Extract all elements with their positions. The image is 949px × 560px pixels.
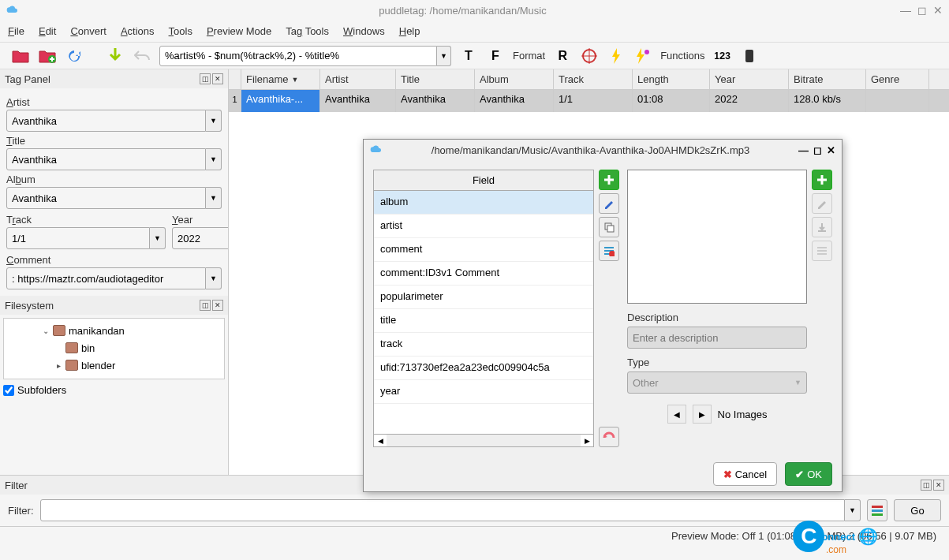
open-folder-button[interactable] [11, 47, 30, 65]
dialog-minimize[interactable]: — [798, 144, 809, 156]
menu-help[interactable]: Help [399, 25, 420, 37]
menu-windows[interactable]: Windows [343, 25, 385, 37]
dialog-maximize[interactable]: ◻ [813, 144, 822, 156]
field-item[interactable]: comment [374, 238, 593, 262]
close-button[interactable]: ✕ [933, 4, 943, 17]
pattern-input[interactable] [159, 46, 437, 66]
folder-tree[interactable]: ⌄manikandan bin ▸blender [3, 318, 225, 379]
filter-close-button[interactable]: ✕ [933, 480, 944, 491]
folder-bin[interactable]: bin [7, 339, 221, 357]
add-field-button[interactable] [599, 170, 619, 190]
th-filename[interactable]: Filename▼ [241, 69, 320, 89]
field-item[interactable]: comment:ID3v1 Comment [374, 262, 593, 286]
th-track[interactable]: Track [554, 69, 633, 89]
field-item[interactable]: artist [374, 215, 593, 238]
go-button[interactable]: Go [894, 499, 941, 521]
folder-manikandan[interactable]: ⌄manikandan [7, 322, 221, 339]
td-genre[interactable] [866, 90, 929, 112]
save-button[interactable] [106, 47, 125, 65]
field-item[interactable]: popularimeter [374, 286, 593, 309]
bolt-wand-icon[interactable] [633, 47, 652, 65]
image-list-button[interactable] [812, 241, 832, 261]
field-item[interactable]: title [374, 309, 593, 333]
dialog-titlebar[interactable]: /home/manikandan/Music/Avanthika-Avanthi… [364, 140, 842, 160]
target-icon[interactable] [580, 47, 599, 65]
tag-to-file-button[interactable]: T [459, 47, 478, 65]
album-input[interactable] [6, 187, 206, 209]
track-dropdown[interactable]: ▼ [150, 227, 166, 249]
album-dropdown[interactable]: ▼ [206, 187, 222, 209]
autonumber-button[interactable]: 123 [713, 47, 732, 65]
file-to-tag-button[interactable]: F [486, 47, 505, 65]
undo-button[interactable] [133, 47, 151, 65]
td-year[interactable]: 2022 [710, 90, 789, 112]
title-dropdown[interactable]: ▼ [206, 148, 222, 170]
type-select[interactable]: Other▼ [627, 371, 807, 394]
ok-button[interactable]: ✔OK [785, 462, 832, 486]
filter-dropdown[interactable]: ▼ [845, 499, 861, 521]
field-item[interactable]: album [374, 191, 593, 215]
menu-file[interactable]: File [8, 25, 24, 37]
artist-dropdown[interactable]: ▼ [206, 110, 222, 132]
th-year[interactable]: Year [710, 69, 789, 89]
refresh-button[interactable] [65, 47, 84, 65]
field-item[interactable]: track [374, 333, 593, 357]
comment-dropdown[interactable]: ▼ [206, 267, 222, 289]
cancel-button[interactable]: ✖Cancel [713, 462, 777, 486]
year-input[interactable] [172, 227, 228, 249]
th-album[interactable]: Album [475, 69, 554, 89]
td-filename[interactable]: Avanthika-... [241, 90, 320, 112]
th-bitrate[interactable]: Bitrate [789, 69, 866, 89]
title-input[interactable] [6, 148, 206, 170]
edit-image-button[interactable] [812, 193, 832, 214]
minimize-button[interactable]: — [900, 4, 911, 17]
tag-panel-float-button[interactable]: ◫ [200, 73, 211, 84]
clipboard-icon[interactable] [740, 47, 759, 65]
menu-convert[interactable]: Convert [70, 25, 106, 37]
next-image-button[interactable]: ▶ [693, 405, 712, 424]
td-track[interactable]: 1/1 [554, 90, 633, 112]
revert-button[interactable] [599, 427, 619, 447]
th-artist[interactable]: Artist [320, 69, 396, 89]
pattern-dropdown[interactable]: ▼ [437, 46, 451, 66]
td-bitrate[interactable]: 128.0 kb/s [789, 90, 866, 112]
prev-image-button[interactable]: ◀ [667, 405, 686, 424]
artist-input[interactable] [6, 110, 206, 132]
filter-float-button[interactable]: ◫ [921, 480, 932, 491]
add-image-button[interactable] [812, 170, 832, 190]
dialog-close[interactable]: ✕ [827, 144, 835, 156]
maximize-button[interactable]: ◻ [917, 4, 927, 17]
field-item[interactable]: ufid:713730ef2ea2a23edc009904c5a [374, 357, 593, 380]
subfolders-checkbox[interactable]: Subfolders [3, 384, 225, 396]
filter-input[interactable] [40, 499, 846, 521]
album-art-box[interactable] [627, 170, 807, 304]
td-length[interactable]: 01:08 [633, 90, 710, 112]
menu-actions[interactable]: Actions [121, 25, 155, 37]
folder-blender[interactable]: ▸blender [7, 357, 221, 374]
tag-panel-close-button[interactable]: ✕ [212, 73, 223, 84]
field-list[interactable]: Field album artist comment comment:ID3v1… [373, 170, 594, 447]
menu-edit[interactable]: Edit [39, 25, 56, 37]
menu-tagtools[interactable]: Tag Tools [286, 25, 329, 37]
description-input[interactable] [627, 327, 807, 349]
bolt-icon[interactable] [607, 47, 626, 65]
filter-fields-button[interactable] [867, 499, 887, 521]
filesystem-close-button[interactable]: ✕ [212, 300, 223, 311]
th-genre[interactable]: Genre [866, 69, 929, 89]
filesystem-float-button[interactable]: ◫ [200, 300, 211, 311]
remove-field-button[interactable] [599, 241, 619, 261]
th-length[interactable]: Length [633, 69, 710, 89]
td-artist[interactable]: Avanthika [320, 90, 396, 112]
field-list-hscroll[interactable]: ◀▶ [374, 434, 593, 446]
export-image-button[interactable] [812, 217, 832, 237]
pattern-combo[interactable]: ▼ [159, 46, 451, 66]
menu-preview[interactable]: Preview Mode [207, 25, 271, 37]
td-title[interactable]: Avanthika [396, 90, 475, 112]
rename-button[interactable]: R [553, 47, 572, 65]
filter-combo[interactable]: ▼ [40, 499, 861, 521]
add-folder-button[interactable] [38, 47, 57, 65]
field-item[interactable]: year [374, 380, 593, 404]
menu-tools[interactable]: Tools [169, 25, 192, 37]
edit-field-button[interactable] [599, 193, 619, 214]
comment-input[interactable] [6, 267, 206, 289]
